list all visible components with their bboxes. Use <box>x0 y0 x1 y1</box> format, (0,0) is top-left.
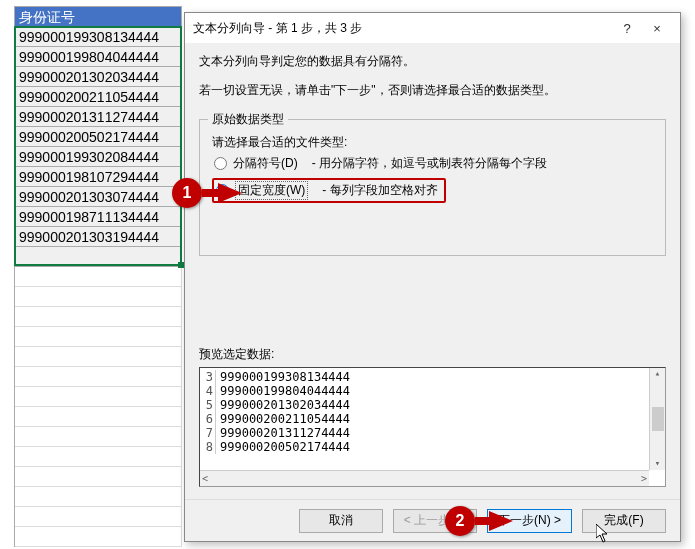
empty-cell[interactable] <box>15 287 182 307</box>
preview-row-text: 999000201302034444 <box>220 398 350 412</box>
empty-cell[interactable] <box>15 527 182 547</box>
close-button[interactable]: × <box>642 21 672 36</box>
empty-cell[interactable] <box>15 327 182 347</box>
preview-scroll: 3999000199308134444 4999000199804044444 … <box>200 368 649 470</box>
empty-cell[interactable] <box>15 387 182 407</box>
intro-text-2: 若一切设置无误，请单击"下一步"，否则请选择最合适的数据类型。 <box>199 81 666 100</box>
preview-row-num: 4 <box>202 384 216 398</box>
empty-cell[interactable] <box>15 307 182 327</box>
preview-row-num: 8 <box>202 440 216 454</box>
preview-row-num: 7 <box>202 426 216 440</box>
table-row[interactable]: 999000201302034444 <box>15 67 182 87</box>
help-button[interactable]: ? <box>612 21 642 36</box>
intro-text-1: 文本分列向导判定您的数据具有分隔符。 <box>199 52 666 71</box>
table-row[interactable]: 999000201303194444 <box>15 227 182 247</box>
preview-row-text: 999000199804044444 <box>220 384 350 398</box>
table-row[interactable]: 999000201303074444 <box>15 187 182 207</box>
spreadsheet-column: 身份证号 999000199308134444 9990001998040444… <box>14 6 182 547</box>
table-row[interactable]: 999000198107294444 <box>15 167 182 187</box>
cancel-button[interactable]: 取消 <box>299 509 383 533</box>
horizontal-scrollbar[interactable]: <> <box>200 470 649 486</box>
vertical-scrollbar[interactable]: ▴▾ <box>649 368 665 470</box>
option-delimited[interactable]: 分隔符号(D) - 用分隔字符，如逗号或制表符分隔每个字段 <box>214 155 657 172</box>
callout-1-arrowhead <box>218 183 242 203</box>
option-fixed-highlight: 固定宽度(W) - 每列字段加空格对齐 <box>212 178 446 203</box>
callout-1: 1 <box>172 178 202 208</box>
table-row[interactable]: 999000200502174444 <box>15 127 182 147</box>
preview-box: 3999000199308134444 4999000199804044444 … <box>199 367 666 487</box>
preview-label: 预览选定数据: <box>199 346 666 363</box>
table-row[interactable]: 999000199308134444 <box>15 27 182 47</box>
empty-cell[interactable] <box>15 427 182 447</box>
radio-delimited[interactable] <box>214 157 227 170</box>
table-row[interactable]: 999000199302084444 <box>15 147 182 167</box>
column-header: 身份证号 <box>15 7 182 27</box>
empty-cell[interactable] <box>15 267 182 287</box>
text-to-columns-dialog: 文本分列向导 - 第 1 步，共 3 步 ? × 文本分列向导判定您的数据具有分… <box>184 12 681 542</box>
preview-row-num: 5 <box>202 398 216 412</box>
dialog-title: 文本分列向导 - 第 1 步，共 3 步 <box>193 20 612 37</box>
dialog-content: 文本分列向导判定您的数据具有分隔符。 若一切设置无误，请单击"下一步"，否则请选… <box>185 43 680 499</box>
table-row[interactable]: 999000201311274444 <box>15 107 182 127</box>
callout-2-arrowhead <box>489 511 513 531</box>
empty-cell[interactable] <box>15 467 182 487</box>
radio-delimited-desc: - 用分隔字符，如逗号或制表符分隔每个字段 <box>312 155 547 172</box>
group-hint: 请选择最合适的文件类型: <box>212 134 657 151</box>
preview-row-num: 6 <box>202 412 216 426</box>
preview-row-num: 3 <box>202 370 216 384</box>
preview-row-text: 999000200502174444 <box>220 440 350 454</box>
callout-2: 2 <box>445 506 475 536</box>
empty-cell[interactable] <box>15 407 182 427</box>
preview-row-text: 999000201311274444 <box>220 426 350 440</box>
empty-cell[interactable] <box>15 367 182 387</box>
titlebar[interactable]: 文本分列向导 - 第 1 步，共 3 步 ? × <box>185 13 680 43</box>
preview-row-text: 999000199308134444 <box>220 370 350 384</box>
radio-delimited-label: 分隔符号(D) <box>233 155 298 172</box>
preview-row-text: 999000200211054444 <box>220 412 350 426</box>
empty-cell[interactable] <box>15 347 182 367</box>
finish-button[interactable]: 完成(F) <box>582 509 666 533</box>
radio-fixed-width-desc: - 每列字段加空格对齐 <box>322 182 437 199</box>
table-row[interactable]: 999000200211054444 <box>15 87 182 107</box>
group-title: 原始数据类型 <box>208 111 288 128</box>
table-row[interactable] <box>15 247 182 267</box>
option-fixed-width[interactable]: 固定宽度(W) - 每列字段加空格对齐 <box>216 181 438 200</box>
empty-cell[interactable] <box>15 487 182 507</box>
dialog-footer: 取消 < 上一步(B) 下一步(N) > 完成(F) <box>185 499 680 541</box>
empty-cell[interactable] <box>15 447 182 467</box>
table-row[interactable]: 999000198711134444 <box>15 207 182 227</box>
radio-fixed-width-label: 固定宽度(W) <box>235 181 308 200</box>
empty-cell[interactable] <box>15 507 182 527</box>
data-type-group: 原始数据类型 请选择最合适的文件类型: 分隔符号(D) - 用分隔字符，如逗号或… <box>199 111 666 256</box>
table-row[interactable]: 999000199804044444 <box>15 47 182 67</box>
